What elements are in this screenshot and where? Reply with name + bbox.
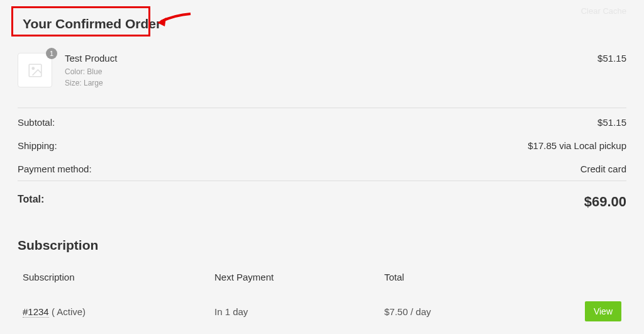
payment-method-value: Credit card <box>580 164 626 174</box>
subscription-table: Subscription Next Payment Total #1234 ( … <box>18 265 626 328</box>
subscription-table-header: Subscription Next Payment Total <box>18 265 626 289</box>
subscription-total: $7.50 / day <box>384 306 577 317</box>
subscription-status: ( Active) <box>49 306 86 317</box>
image-placeholder-icon <box>27 62 43 79</box>
subscription-next-payment: In 1 day <box>214 306 384 317</box>
subscription-id-link[interactable]: #1234 <box>23 306 49 318</box>
subtotal-value: $51.15 <box>597 117 626 128</box>
subtotal-row: Subtotal: $51.15 <box>18 108 626 134</box>
shipping-label: Shipping: <box>18 140 57 151</box>
product-price: $51.15 <box>597 53 626 64</box>
header-subscription: Subscription <box>23 272 214 282</box>
shipping-row: Shipping: $17.85 via Local pickup <box>18 134 626 157</box>
page-title: Your Confirmed Order <box>18 13 166 35</box>
product-variation-size: Size: Large <box>65 77 597 89</box>
clear-cache-link[interactable]: Clear Cache <box>581 6 626 16</box>
header-total: Total <box>384 272 577 282</box>
view-button[interactable]: View <box>585 301 621 321</box>
subtotal-label: Subtotal: <box>18 117 55 128</box>
shipping-value: $17.85 via Local pickup <box>528 140 626 151</box>
order-item-row: 1 Test Product Color: Blue Size: Large $… <box>18 53 626 89</box>
product-variation-color: Color: Blue <box>65 66 597 77</box>
total-label: Total: <box>18 194 44 210</box>
header-next-payment: Next Payment <box>214 272 384 282</box>
product-name: Test Product <box>65 53 597 64</box>
svg-point-1 <box>32 67 34 69</box>
payment-method-row: Payment method: Credit card <box>18 157 626 181</box>
subscription-row: #1234 ( Active) In 1 day $7.50 / day Vie… <box>18 295 626 328</box>
total-row: Total: $69.00 <box>18 181 626 214</box>
quantity-badge: 1 <box>46 48 57 59</box>
payment-method-label: Payment method: <box>18 164 92 174</box>
subscription-heading: Subscription <box>18 238 626 253</box>
svg-rect-0 <box>29 64 42 77</box>
total-value: $69.00 <box>584 194 626 210</box>
product-thumbnail: 1 <box>18 53 52 87</box>
